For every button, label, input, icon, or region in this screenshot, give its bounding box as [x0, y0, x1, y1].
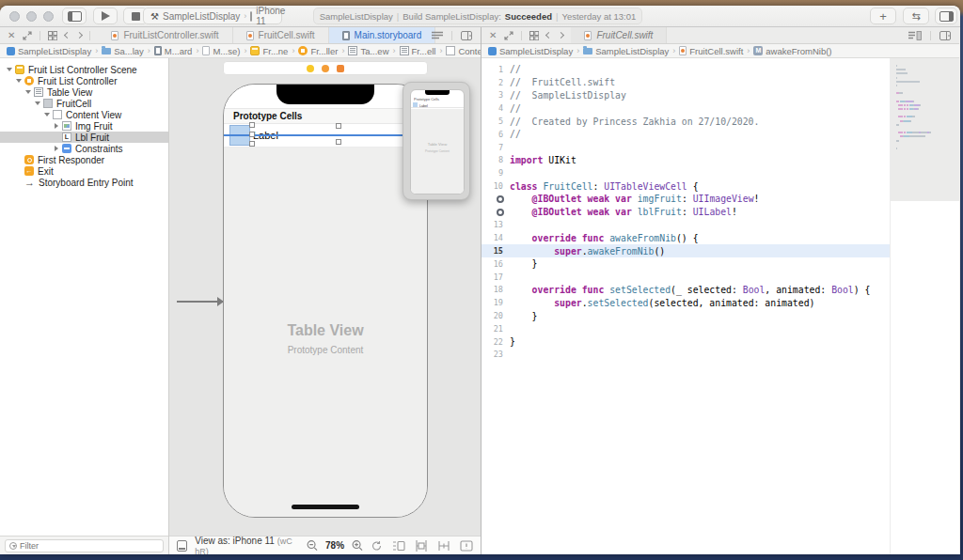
jumpbar-segment[interactable]: M...ard — [154, 46, 193, 56]
run-button[interactable] — [93, 8, 118, 24]
outlet-connection-icon[interactable] — [497, 209, 504, 216]
disclosure-triangle[interactable] — [44, 113, 50, 117]
line-number[interactable]: 10 — [482, 181, 510, 191]
close-editor-icon[interactable]: ✕ — [489, 31, 497, 40]
outline-row-content-view[interactable]: Content View — [0, 109, 168, 120]
storyboard-canvas[interactable]: Prototype Cells Label Table — [169, 58, 481, 554]
jumpbar-segment[interactable]: Fr...ell — [400, 46, 436, 56]
focus-editor-icon[interactable] — [23, 31, 32, 40]
code-line-18[interactable]: 18 override func setSelected(_ selected:… — [482, 284, 959, 297]
cell-label[interactable]: Label — [253, 124, 278, 148]
forward-icon[interactable] — [558, 32, 564, 39]
selection-handle[interactable] — [336, 139, 341, 145]
outline-row-fruit-list-controller-scene[interactable]: Fruit List Controller Scene — [0, 64, 168, 75]
code-line-21[interactable]: 21 — [482, 322, 959, 335]
outlet-connector[interactable] — [482, 195, 510, 203]
line-number[interactable]: 6 — [482, 130, 510, 139]
add-constraints-icon[interactable] — [437, 540, 450, 552]
code-line-6[interactable]: 6// — [482, 128, 959, 141]
line-number[interactable]: 2 — [482, 78, 510, 87]
line-number[interactable]: 18 — [482, 285, 510, 294]
related-items-icon[interactable] — [48, 31, 57, 40]
selection-handle[interactable] — [249, 132, 255, 137]
code-line-3[interactable]: 3// SampleListDisplay — [482, 89, 959, 102]
line-number[interactable]: 15 — [482, 246, 510, 256]
line-number[interactable]: 7 — [482, 143, 510, 152]
minimap-options-icon[interactable] — [908, 31, 922, 40]
selection-handle[interactable] — [336, 123, 341, 129]
minimap-preview-card[interactable]: Prototype Cells Label Table View Prototy… — [403, 82, 470, 200]
resolve-autolayout-icon[interactable] — [460, 540, 473, 552]
selection-handle[interactable] — [249, 122, 255, 128]
code-line-5[interactable]: 5// Created by Princess Zakhia on 27/10/… — [482, 115, 959, 128]
jumpbar-segment[interactable]: Sa...lay — [102, 46, 144, 56]
tab-fruitlistcontroller-swift[interactable]: FruitListController.swift — [98, 27, 232, 43]
jumpbar-segment[interactable]: Ta...ew — [348, 46, 388, 56]
code-line-13[interactable]: 13 — [482, 219, 959, 232]
outline-row-exit[interactable]: ←Exit — [0, 165, 168, 177]
align-icon[interactable] — [415, 540, 428, 552]
device-bar-toggle-icon[interactable] — [177, 540, 187, 552]
add-button[interactable]: + — [870, 8, 896, 24]
update-frames-icon[interactable] — [371, 540, 383, 552]
outline-row-fruitcell[interactable]: FruitCell — [0, 98, 168, 109]
exit-icon[interactable] — [337, 65, 344, 72]
line-number[interactable]: 20 — [482, 311, 510, 320]
disclosure-triangle[interactable] — [25, 90, 31, 94]
jumpbar-segment[interactable]: Fr...ller — [298, 46, 338, 56]
jumpbar-segment[interactable]: SampleListDisplay — [7, 46, 91, 56]
filter-input[interactable] — [20, 541, 159, 551]
code-line-23[interactable]: 23 — [482, 349, 959, 362]
code-line-12[interactable]: @IBOutlet weak var lblFruit: UILabel! — [482, 206, 959, 219]
add-editor-icon[interactable] — [939, 31, 951, 40]
code-line-9[interactable]: 9 — [482, 166, 959, 179]
line-number[interactable]: 13 — [482, 220, 510, 229]
tab-main-storyboard[interactable]: Main.storyboard — [329, 27, 436, 43]
line-number[interactable]: 5 — [482, 117, 510, 126]
line-number[interactable]: 21 — [482, 324, 510, 334]
outline-row-storyboard-entry-point[interactable]: →Storyboard Entry Point — [0, 177, 168, 188]
code-line-8[interactable]: 8import UIKit — [482, 154, 959, 167]
view-controller-canvas[interactable]: Prototype Cells Label Table — [223, 84, 428, 518]
code-line-15[interactable]: 15 super.awakeFromNib() — [482, 244, 959, 257]
disclosure-triangle[interactable] — [55, 146, 58, 151]
first-responder-icon[interactable] — [322, 65, 329, 72]
jumpbar-segment[interactable]: SampleListDisplay — [488, 46, 573, 56]
editor-options-icon[interactable] — [432, 31, 443, 40]
code-line-22[interactable]: 22} — [482, 335, 959, 349]
zoom-in-icon[interactable] — [352, 539, 363, 552]
code-line-19[interactable]: 19 super.setSelected(selected, animated:… — [482, 296, 959, 309]
storyboard-entry-arrow[interactable] — [177, 301, 223, 303]
tab-fruitcell-swift[interactable]: FruitCell.swift — [571, 27, 667, 43]
forward-icon[interactable] — [76, 32, 83, 39]
filter-field[interactable] — [5, 539, 164, 552]
disclosure-triangle[interactable] — [7, 68, 12, 71]
jumpbar-segment[interactable]: Fr...ne — [250, 46, 288, 56]
line-number[interactable]: 14 — [482, 233, 510, 242]
outline-row-table-view[interactable]: Table View — [0, 86, 168, 98]
table-view-body[interactable]: Table View Prototype Content — [224, 148, 427, 517]
code-line-1[interactable]: 1// — [482, 63, 959, 76]
outline-row-constraints[interactable]: Constraints — [0, 143, 168, 154]
code-line-4[interactable]: 4// — [482, 101, 959, 115]
line-number[interactable]: 8 — [482, 155, 510, 164]
code-minimap[interactable] — [890, 58, 959, 554]
line-number[interactable]: 16 — [482, 259, 510, 269]
line-number[interactable]: 9 — [482, 168, 510, 178]
code-line-10[interactable]: 10class FruitCell: UITableViewCell { — [482, 179, 959, 193]
line-number[interactable]: 1 — [482, 65, 510, 74]
minimize-window-button[interactable] — [26, 11, 37, 22]
zoom-window-button[interactable] — [43, 11, 54, 22]
code-line-2[interactable]: 2// FruitCell.swift — [482, 76, 959, 89]
embed-stack-icon[interactable] — [392, 540, 405, 552]
line-number[interactable]: 23 — [482, 350, 510, 359]
editor-layout-button[interactable]: ⇆ — [903, 8, 929, 24]
line-number[interactable]: 17 — [482, 272, 510, 282]
code-line-16[interactable]: 16 } — [482, 257, 959, 271]
back-icon[interactable] — [545, 32, 552, 39]
scene-dock[interactable] — [223, 61, 428, 75]
jumpbar-segment[interactable]: M...se) — [202, 46, 240, 56]
close-editor-icon[interactable]: ✕ — [8, 31, 15, 40]
view-as-label[interactable]: View as: iPhone 11 (wC hR) — [195, 536, 299, 555]
selection-handle[interactable] — [249, 141, 255, 147]
